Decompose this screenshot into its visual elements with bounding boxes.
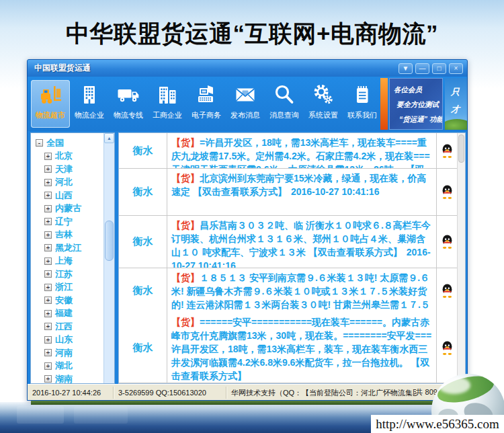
qq-contact-button[interactable] bbox=[437, 313, 457, 383]
toolbar-item-label: 物流超市 bbox=[36, 110, 65, 120]
message-cell[interactable]: 【货】１８５１３ 安平到南京需９.６米装１３吨! 太原需９.６米! 新疆乌鲁木齐… bbox=[167, 268, 437, 313]
expand-icon[interactable] bbox=[44, 297, 52, 304]
minimize-button[interactable]: — bbox=[415, 63, 429, 74]
table-row[interactable]: 衡水 【货】=许昌开发区，18吨，需13米高栏车，现在装车====重庆九龙坡需1… bbox=[119, 133, 457, 169]
expand-icon[interactable] bbox=[44, 179, 52, 186]
member-notice-banner[interactable]: 各位会员 要全方位测试 “货运通” 功能! bbox=[389, 78, 443, 130]
expand-icon[interactable] bbox=[44, 218, 52, 225]
province-list: 北京 天津 河北 bbox=[36, 150, 103, 384]
maximize-button[interactable]: □ bbox=[432, 63, 446, 74]
expand-icon[interactable] bbox=[44, 153, 52, 160]
cargo-tag: 【货】 bbox=[171, 220, 200, 231]
close-button[interactable]: × bbox=[449, 63, 463, 74]
table-row[interactable]: 衡水 【货】北京滨州到东莞南宁要15米冷藏，绿通，现在装，价高速定 【双击查看联… bbox=[119, 169, 457, 216]
sidebar-item-province[interactable]: 北京 bbox=[44, 150, 103, 163]
message-cell[interactable]: 【货】=许昌开发区，18吨，需13米高栏车，现在装车====重庆九龙坡需17.5… bbox=[167, 133, 437, 168]
sidebar-item-province[interactable]: 安徽 bbox=[44, 294, 103, 307]
table-scrollbar[interactable] bbox=[457, 133, 465, 383]
toolbar-item-ecommerce[interactable]: 电子商务 bbox=[187, 80, 226, 128]
sidebar-item-province[interactable]: 黑龙江 bbox=[44, 241, 103, 255]
sidebar-item-province[interactable]: 天津 bbox=[44, 163, 103, 176]
expand-icon[interactable] bbox=[44, 192, 52, 199]
table-row[interactable]: 衡水 【货】１８５１３ 安平到南京需９.６米装１３吨! 太原需９.６米! 新疆乌… bbox=[119, 268, 457, 313]
toolbar-item-logistics-line[interactable]: 物流专线 bbox=[109, 80, 148, 128]
toolbar-item-business-company[interactable]: 工商企业 bbox=[148, 80, 187, 128]
pin-button[interactable]: ▼ bbox=[398, 63, 413, 74]
message-cell[interactable]: 【货】昌乐莒南３０３２吨、临 沂衡水１０吨求６.８高栏车今订明装、杭州台州求１３… bbox=[167, 216, 437, 268]
expand-icon[interactable] bbox=[44, 323, 52, 330]
sidebar-item-province[interactable]: 福建 bbox=[44, 307, 103, 321]
side-ad-banner[interactable]: 只 才 bbox=[445, 78, 467, 130]
expand-icon[interactable] bbox=[44, 165, 52, 173]
table-scrollbar-thumb[interactable] bbox=[458, 134, 464, 163]
province-label: 安徽 bbox=[55, 294, 73, 307]
province-label: 天津 bbox=[55, 163, 73, 175]
toolbar-item-contact-us[interactable]: 联系我们 bbox=[343, 80, 382, 128]
expand-icon[interactable] bbox=[44, 349, 52, 356]
sidebar-item-province[interactable]: 山西 bbox=[44, 189, 103, 202]
sidebar-item-province[interactable]: 江苏 bbox=[44, 268, 103, 281]
province-label: 湖北 bbox=[55, 360, 73, 372]
message-text: 昌乐莒南３０３２吨、临 沂衡水１０吨求６.８高栏车今订明装、杭州台州求１３１６米… bbox=[171, 220, 431, 258]
envelope-icon bbox=[233, 83, 257, 107]
collapse-icon[interactable] bbox=[36, 139, 43, 147]
cargo-tag: 【货】 bbox=[171, 173, 200, 184]
message-cell[interactable]: 【货】北京滨州到东莞南宁要15米冷藏，绿通，现在装，价高速定 【双击查看联系方式… bbox=[167, 169, 437, 215]
expand-icon[interactable] bbox=[44, 205, 52, 212]
toolbar-item-logistics-company[interactable]: 物流企业 bbox=[70, 80, 109, 128]
cargo-tag: 【货】 bbox=[171, 137, 200, 148]
toolbar-item-label: 物流企业 bbox=[75, 110, 104, 120]
cargo-tag: 【货】 bbox=[171, 317, 200, 327]
expand-icon[interactable] bbox=[44, 258, 52, 265]
expand-icon[interactable] bbox=[44, 310, 52, 317]
expand-icon[interactable] bbox=[44, 270, 52, 278]
qq-contact-button[interactable] bbox=[437, 169, 457, 215]
qq-contact-button[interactable] bbox=[437, 133, 457, 168]
message-cell[interactable]: 【货】======安平===========现在装车======。内蒙古赤峰市克… bbox=[167, 313, 437, 383]
fax-computer-icon bbox=[194, 83, 218, 107]
sidebar-item-province[interactable]: 浙江 bbox=[44, 281, 103, 294]
sidebar-item-province[interactable]: 上海 bbox=[44, 255, 103, 268]
sidebar-item-province[interactable]: 江西 bbox=[44, 320, 103, 333]
toolbar-item-publish-message[interactable]: 发布消息 bbox=[226, 80, 265, 128]
qq-contact-button[interactable] bbox=[437, 268, 457, 313]
expand-icon[interactable] bbox=[44, 231, 52, 239]
tree-scrollbar[interactable]: ▲ bbox=[103, 133, 114, 383]
city-cell: 衡水 bbox=[119, 169, 167, 215]
banner-line: “货运通” 功能! bbox=[394, 112, 440, 126]
status-contact: 3-5269599 QQ:150613020 bbox=[114, 387, 226, 399]
sidebar-item-root[interactable]: 全国 bbox=[36, 136, 103, 150]
expand-icon[interactable] bbox=[44, 244, 52, 251]
toolbar-item-system-settings[interactable]: 系统设置 bbox=[304, 80, 343, 128]
scroll-up-icon[interactable]: ▲ bbox=[104, 133, 114, 143]
expand-icon[interactable] bbox=[44, 375, 52, 383]
table-row[interactable]: 衡水 【货】======安平===========现在装车======。内蒙古赤… bbox=[119, 313, 457, 383]
city-cell: 衡水 bbox=[119, 133, 167, 168]
sidebar-item-province[interactable]: 河北 bbox=[44, 176, 103, 190]
province-label: 黑龙江 bbox=[55, 242, 81, 254]
sidebar-item-province[interactable]: 河南 bbox=[44, 346, 103, 360]
window-title: 中国联盟货运通 bbox=[32, 63, 396, 74]
expand-icon[interactable] bbox=[44, 362, 52, 370]
expand-icon[interactable] bbox=[44, 284, 52, 291]
sidebar-item-province[interactable]: 吉林 bbox=[44, 229, 103, 242]
sidebar-item-province[interactable]: 辽宁 bbox=[44, 215, 103, 229]
city-cell: 衡水 bbox=[119, 313, 167, 383]
toolbar-item-logistics-market[interactable]: 物流超市 bbox=[31, 80, 70, 128]
region-tree-panel: 全国 北京 天津 bbox=[30, 132, 115, 384]
message-text: =许昌开发区，18吨，需13米高栏车，现在装车====重庆九龙坡需17.5米。定… bbox=[171, 137, 430, 168]
city-cell: 衡水 bbox=[119, 216, 167, 268]
table-row[interactable]: 衡水 【货】昌乐莒南３０３２吨、临 沂衡水１０吨求６.８高栏车今订明装、杭州台州… bbox=[119, 216, 457, 268]
expand-icon[interactable] bbox=[44, 336, 52, 344]
sidebar-item-province[interactable]: 湖北 bbox=[44, 360, 103, 373]
message-text: １８５１３ 安平到南京需９.６米装１３吨! 太原需９.６米! 新疆乌鲁木齐需９.… bbox=[171, 272, 430, 313]
qq-contact-button[interactable] bbox=[437, 216, 457, 268]
sidebar-item-province[interactable]: 内蒙古 bbox=[44, 202, 103, 216]
sidebar-item-province[interactable]: 山东 bbox=[44, 333, 103, 347]
root-label: 全国 bbox=[46, 137, 64, 149]
sidebar-item-province[interactable]: 湖南 bbox=[44, 372, 103, 383]
toolbar-item-message-query[interactable]: 消息查询 bbox=[265, 80, 304, 128]
tree-scrollbar-thumb[interactable] bbox=[105, 221, 114, 261]
status-support-info: 华网技术支持（QQ：【当前登陆公司：河北广怀物流集团有限公司 登陆人：杨广怀】 bbox=[226, 387, 416, 399]
window-titlebar[interactable]: 中国联盟货运通 ▼ — □ × bbox=[28, 60, 467, 77]
